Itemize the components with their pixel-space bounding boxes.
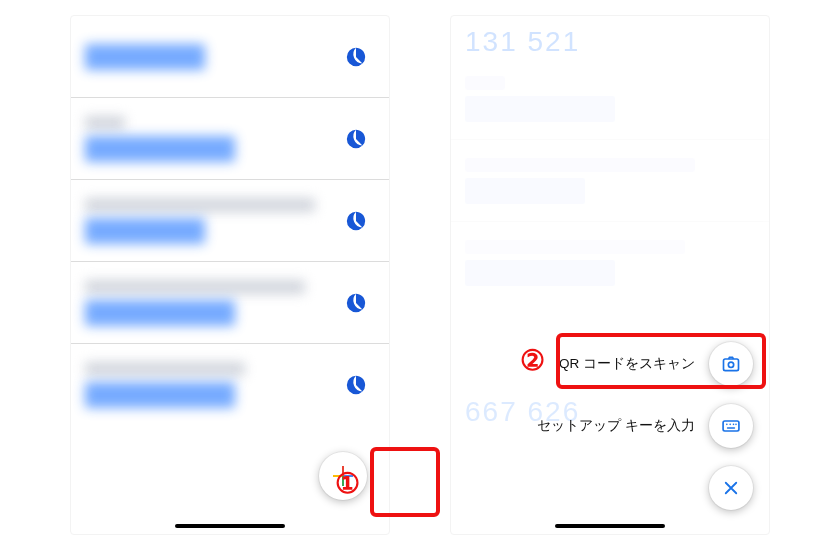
action-close[interactable]: [709, 466, 753, 510]
add-account-fab[interactable]: [319, 452, 367, 500]
timer-icon: [345, 210, 367, 232]
svg-point-6: [735, 424, 737, 426]
account-row[interactable]: [71, 16, 389, 98]
speed-dial: QR コードをスキャン セットアップ キーを入力: [537, 342, 753, 510]
home-indicator: [555, 524, 665, 528]
action-scan-qr[interactable]: QR コードをスキャン: [559, 342, 753, 386]
timer-icon: [345, 374, 367, 396]
account-row[interactable]: [71, 344, 389, 426]
account-row[interactable]: [71, 262, 389, 344]
timer-icon: [345, 128, 367, 150]
otp-code: 131 521: [451, 16, 769, 58]
action-label: セットアップ キーを入力: [537, 417, 695, 435]
account-row: [451, 140, 769, 222]
close-icon: [709, 466, 753, 510]
account-row[interactable]: [71, 98, 389, 180]
svg-point-5: [733, 424, 735, 426]
svg-rect-7: [727, 427, 735, 429]
keyboard-icon: [709, 404, 753, 448]
svg-point-1: [728, 362, 733, 367]
action-label: QR コードをスキャン: [559, 355, 695, 373]
account-row[interactable]: [71, 180, 389, 262]
svg-rect-0: [724, 359, 739, 371]
svg-rect-2: [723, 421, 739, 431]
svg-point-4: [729, 424, 731, 426]
add-account-menu-screen: 131 521 667 626 QR コードをスキャン: [450, 15, 770, 535]
timer-icon: [345, 46, 367, 68]
account-row: [451, 58, 769, 140]
action-enter-key[interactable]: セットアップ キーを入力: [537, 404, 753, 448]
camera-icon: [709, 342, 753, 386]
home-indicator: [175, 524, 285, 528]
plus-icon: [333, 466, 353, 486]
account-row: [451, 222, 769, 304]
svg-point-3: [726, 424, 728, 426]
authenticator-list-screen: [70, 15, 390, 535]
timer-icon: [345, 292, 367, 314]
